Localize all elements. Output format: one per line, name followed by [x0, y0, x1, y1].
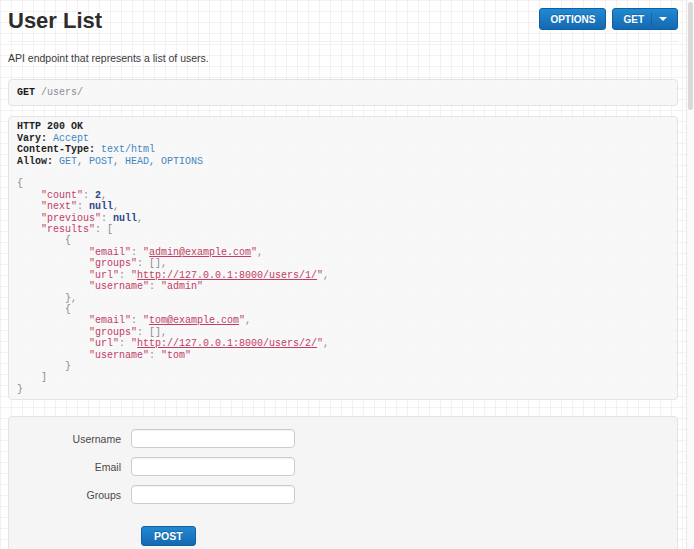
code-line: {: [17, 178, 669, 189]
code-line: HTTP 200 OK: [17, 121, 669, 132]
code-token: GET, POST, HEAD, OPTIONS: [59, 156, 203, 167]
code-token: [17, 247, 89, 258]
code-token: [17, 327, 89, 338]
form-row-username: Username: [23, 429, 663, 448]
code-token: null: [89, 201, 113, 212]
code-line: "groups": [],: [17, 327, 669, 338]
code-token: :: [149, 350, 161, 361]
request-path: /users/: [41, 87, 83, 98]
user-list-page: { "page": { "title": "User List", "descr…: [0, 0, 694, 549]
code-token: [17, 235, 65, 246]
username-input[interactable]: [131, 429, 295, 448]
code-token: Allow:: [17, 156, 53, 167]
code-token: {: [17, 178, 23, 189]
code-token: :: [101, 213, 113, 224]
code-token: [17, 338, 89, 349]
code-token: ,: [137, 213, 143, 224]
code-token: "next": [41, 201, 77, 212]
code-token: [],: [149, 258, 167, 269]
code-token: "username": [89, 350, 149, 361]
username-label: Username: [23, 433, 131, 445]
code-token: "groups": [89, 258, 137, 269]
code-token: null: [113, 213, 137, 224]
code-token: [17, 304, 65, 315]
code-line: },: [17, 293, 669, 304]
code-token: :: [137, 258, 149, 269]
code-token: text/html: [101, 144, 155, 155]
code-line: "groups": [],: [17, 258, 669, 269]
options-button[interactable]: OPTIONS: [539, 8, 606, 30]
response-body: HTTP 200 OKVary: AcceptContent-Type: tex…: [8, 116, 678, 400]
code-token: ,: [113, 201, 119, 212]
code-token: Content-Type:: [17, 144, 95, 155]
code-token: ,: [101, 190, 107, 201]
code-token: {: [65, 235, 71, 246]
scrollbar-thumb[interactable]: [688, 2, 693, 110]
form-row-groups: Groups: [23, 485, 663, 504]
code-line: Vary: Accept: [17, 133, 669, 144]
vertical-scrollbar[interactable]: [686, 0, 694, 549]
code-line: "username": "admin": [17, 281, 669, 292]
options-button-label: OPTIONS: [550, 14, 595, 25]
post-form-panel: Username Email Groups POST: [8, 416, 678, 549]
code-token: "url": [89, 270, 119, 281]
code-token: [17, 213, 41, 224]
code-token: ,: [323, 338, 329, 349]
code-line: "username": "tom": [17, 350, 669, 361]
code-line: "previous": null,: [17, 213, 669, 224]
code-token: "email": [89, 315, 131, 326]
code-line: }: [17, 384, 669, 395]
code-line: "count": 2,: [17, 190, 669, 201]
code-token: }: [65, 361, 71, 372]
chevron-down-icon: [659, 17, 667, 21]
code-token: {: [65, 304, 71, 315]
code-token: [17, 315, 89, 326]
json-link[interactable]: admin@example.com: [149, 247, 251, 258]
page-description: API endpoint that represents a list of u…: [8, 52, 678, 64]
post-form: Username Email Groups POST: [23, 429, 663, 546]
code-token: ,: [245, 315, 251, 326]
code-token: "admin": [161, 281, 203, 292]
code-token: ,: [257, 247, 263, 258]
code-token: ]: [41, 372, 47, 383]
code-token: [17, 270, 89, 281]
post-button[interactable]: POST: [141, 526, 196, 546]
code-token: :: [131, 315, 143, 326]
request-method: GET: [17, 87, 35, 98]
code-line: [17, 167, 669, 178]
email-input[interactable]: [131, 457, 295, 476]
groups-input[interactable]: [131, 485, 295, 504]
code-token: [17, 293, 65, 304]
code-token: :: [119, 270, 131, 281]
code-token: :: [149, 281, 161, 292]
code-line: {: [17, 235, 669, 246]
code-token: "count": [41, 190, 83, 201]
request-buttons: OPTIONS GET: [539, 8, 678, 30]
code-token: Vary:: [17, 133, 47, 144]
json-link[interactable]: http://127.0.0.1:8000/users/1/: [137, 270, 317, 281]
code-token: "groups": [89, 327, 137, 338]
groups-label: Groups: [23, 489, 131, 501]
code-token: "tom": [161, 350, 191, 361]
code-token: [17, 350, 89, 361]
code-line: Allow: GET, POST, HEAD, OPTIONS: [17, 156, 669, 167]
code-line: }: [17, 361, 669, 372]
code-token: }: [17, 384, 23, 395]
json-link[interactable]: tom@example.com: [149, 315, 239, 326]
code-line: {: [17, 304, 669, 315]
form-row-email: Email: [23, 457, 663, 476]
page-header: User List OPTIONS GET: [8, 0, 678, 42]
code-token: [17, 167, 23, 178]
code-token: [17, 224, 41, 235]
json-link[interactable]: http://127.0.0.1:8000/users/2/: [137, 338, 317, 349]
button-divider: [651, 13, 652, 25]
code-token: :: [83, 190, 95, 201]
code-token: [17, 361, 65, 372]
code-token: [],: [149, 327, 167, 338]
code-line: "url": "http://127.0.0.1:8000/users/1/",: [17, 270, 669, 281]
code-token: "results": [41, 224, 95, 235]
get-dropdown-button[interactable]: GET: [612, 8, 678, 30]
code-line: "next": null,: [17, 201, 669, 212]
code-line: "email": "admin@example.com",: [17, 247, 669, 258]
code-line: "email": "tom@example.com",: [17, 315, 669, 326]
